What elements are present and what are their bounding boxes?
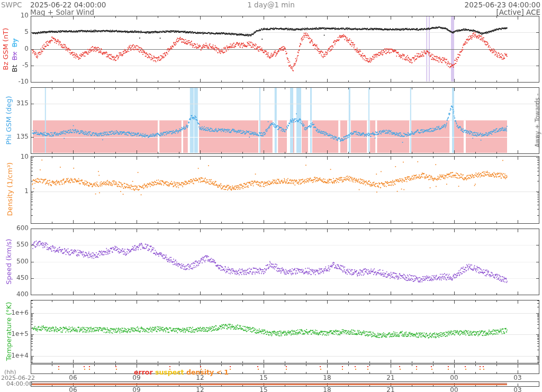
axis-title-phi: Phi GSM (deg) xyxy=(5,81,13,160)
y-tick-label-phi: 135 xyxy=(0,133,29,140)
axis-title-bx: Bx xyxy=(11,52,19,61)
swpc-solar-wind-dashboard: SWPC 2025-06-22 04:00:00 1 day@1 min 202… xyxy=(0,0,542,392)
time-tick-label: 09 xyxy=(128,374,146,381)
time-tick-label: 12 xyxy=(191,374,209,381)
y-tick-label-temperature: 1e+4 xyxy=(0,352,29,359)
selector-time-tick-label: 00 xyxy=(445,386,463,392)
time-tick-label: 00 xyxy=(445,374,463,381)
y-tick-label-speed: 600 xyxy=(0,224,29,232)
time-tick-label: 18 xyxy=(318,374,336,381)
y-tick-label-speed: 500 xyxy=(0,258,29,265)
data-source-status: [Active] ACE xyxy=(496,8,540,16)
y-tick-label-mag: 5 xyxy=(0,28,29,35)
y-tick-label-mag: -10 xyxy=(0,78,29,85)
time-tick-label: 06 xyxy=(64,374,82,381)
y-tick-label-temperature: 1e+6 xyxy=(0,309,29,316)
y-tick-label-mag: 10 xyxy=(0,12,29,19)
y-tick-label-density: 1 xyxy=(0,187,29,195)
plot-title: Mag + Solar Wind xyxy=(30,8,94,16)
time-tick-label: 15 xyxy=(255,374,273,381)
plot-canvas xyxy=(0,0,542,392)
selector-time-tick-label: 12 xyxy=(191,386,209,392)
y-tick-label-temperature: 1e+5 xyxy=(0,330,29,338)
app-logo-text: SWPC xyxy=(1,1,22,9)
y-tick-label-speed: 550 xyxy=(0,241,29,248)
selector-time-tick-label: 15 xyxy=(255,386,273,392)
axis-title-away-towards: Away + Towards - xyxy=(534,81,542,160)
selector-time-tick-label: 21 xyxy=(382,386,400,392)
legend-suspect: suspect xyxy=(155,368,184,376)
y-tick-label-phi: 315 xyxy=(0,99,29,107)
time-tick-label: 21 xyxy=(382,374,400,381)
y-tick-label-speed: 400 xyxy=(0,290,29,298)
selector-time-tick-label: 03 xyxy=(509,386,527,392)
y-tick-label-mag: -5 xyxy=(0,61,29,69)
time-tick-label: 03 xyxy=(509,374,527,381)
selector-time-tick-label: 18 xyxy=(318,386,336,392)
corner-start-time: 04:00:00 xyxy=(6,380,32,387)
selector-time-tick-label: 09 xyxy=(128,386,146,392)
selector-time-tick-label: 06 xyxy=(64,386,82,392)
y-tick-label-mag: 0 xyxy=(0,45,29,52)
y-tick-label-speed: 450 xyxy=(0,274,29,281)
y-tick-label-density: 10 xyxy=(0,153,29,160)
time-range-selector-bar[interactable] xyxy=(31,381,539,386)
